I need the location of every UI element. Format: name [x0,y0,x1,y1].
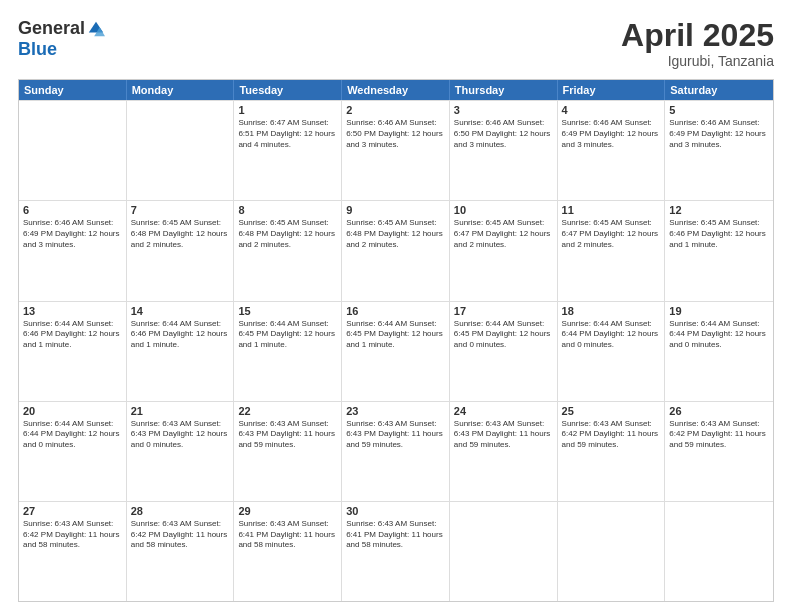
cell-day-number: 19 [669,305,769,317]
cell-info-text: Sunrise: 6:43 AM Sunset: 6:42 PM Dayligh… [131,519,230,551]
logo: General Blue [18,18,105,60]
cell-info-text: Sunrise: 6:46 AM Sunset: 6:49 PM Dayligh… [669,118,769,150]
cell-day-number: 22 [238,405,337,417]
cell-info-text: Sunrise: 6:45 AM Sunset: 6:48 PM Dayligh… [131,218,230,250]
cell-day-number: 14 [131,305,230,317]
cell-info-text: Sunrise: 6:44 AM Sunset: 6:45 PM Dayligh… [454,319,553,351]
cell-info-text: Sunrise: 6:43 AM Sunset: 6:43 PM Dayligh… [238,419,337,451]
logo-general: General [18,18,85,39]
calendar-cell: 4Sunrise: 6:46 AM Sunset: 6:49 PM Daylig… [558,101,666,200]
calendar-cell: 15Sunrise: 6:44 AM Sunset: 6:45 PM Dayli… [234,302,342,401]
calendar-week-row: 6Sunrise: 6:46 AM Sunset: 6:49 PM Daylig… [19,200,773,300]
calendar-cell: 1Sunrise: 6:47 AM Sunset: 6:51 PM Daylig… [234,101,342,200]
calendar-day-header: Saturday [665,80,773,100]
cell-info-text: Sunrise: 6:43 AM Sunset: 6:43 PM Dayligh… [346,419,445,451]
calendar-cell: 26Sunrise: 6:43 AM Sunset: 6:42 PM Dayli… [665,402,773,501]
cell-info-text: Sunrise: 6:43 AM Sunset: 6:42 PM Dayligh… [669,419,769,451]
cell-day-number: 16 [346,305,445,317]
cell-day-number: 3 [454,104,553,116]
header: General Blue April 2025 Igurubi, Tanzani… [18,18,774,69]
cell-day-number: 21 [131,405,230,417]
calendar-cell: 12Sunrise: 6:45 AM Sunset: 6:46 PM Dayli… [665,201,773,300]
cell-info-text: Sunrise: 6:45 AM Sunset: 6:47 PM Dayligh… [562,218,661,250]
cell-day-number: 15 [238,305,337,317]
cell-info-text: Sunrise: 6:44 AM Sunset: 6:44 PM Dayligh… [669,319,769,351]
cell-info-text: Sunrise: 6:46 AM Sunset: 6:49 PM Dayligh… [562,118,661,150]
cell-info-text: Sunrise: 6:43 AM Sunset: 6:41 PM Dayligh… [238,519,337,551]
cell-info-text: Sunrise: 6:44 AM Sunset: 6:45 PM Dayligh… [238,319,337,351]
cell-day-number: 29 [238,505,337,517]
calendar-cell: 17Sunrise: 6:44 AM Sunset: 6:45 PM Dayli… [450,302,558,401]
calendar-cell: 3Sunrise: 6:46 AM Sunset: 6:50 PM Daylig… [450,101,558,200]
calendar-cell [19,101,127,200]
calendar-day-header: Wednesday [342,80,450,100]
calendar-cell: 22Sunrise: 6:43 AM Sunset: 6:43 PM Dayli… [234,402,342,501]
month-title: April 2025 [621,18,774,53]
cell-info-text: Sunrise: 6:44 AM Sunset: 6:46 PM Dayligh… [23,319,122,351]
cell-day-number: 10 [454,204,553,216]
calendar-cell: 30Sunrise: 6:43 AM Sunset: 6:41 PM Dayli… [342,502,450,601]
cell-day-number: 30 [346,505,445,517]
calendar-cell: 9Sunrise: 6:45 AM Sunset: 6:48 PM Daylig… [342,201,450,300]
calendar-week-row: 1Sunrise: 6:47 AM Sunset: 6:51 PM Daylig… [19,100,773,200]
cell-info-text: Sunrise: 6:46 AM Sunset: 6:49 PM Dayligh… [23,218,122,250]
cell-info-text: Sunrise: 6:45 AM Sunset: 6:46 PM Dayligh… [669,218,769,250]
title-block: April 2025 Igurubi, Tanzania [621,18,774,69]
cell-day-number: 25 [562,405,661,417]
calendar-cell: 19Sunrise: 6:44 AM Sunset: 6:44 PM Dayli… [665,302,773,401]
cell-info-text: Sunrise: 6:43 AM Sunset: 6:42 PM Dayligh… [23,519,122,551]
cell-info-text: Sunrise: 6:45 AM Sunset: 6:47 PM Dayligh… [454,218,553,250]
calendar-cell: 2Sunrise: 6:46 AM Sunset: 6:50 PM Daylig… [342,101,450,200]
calendar-week-row: 27Sunrise: 6:43 AM Sunset: 6:42 PM Dayli… [19,501,773,601]
calendar-day-header: Friday [558,80,666,100]
calendar-cell: 8Sunrise: 6:45 AM Sunset: 6:48 PM Daylig… [234,201,342,300]
cell-info-text: Sunrise: 6:43 AM Sunset: 6:43 PM Dayligh… [131,419,230,451]
logo-blue: Blue [18,39,57,60]
calendar-cell: 25Sunrise: 6:43 AM Sunset: 6:42 PM Dayli… [558,402,666,501]
calendar-cell: 16Sunrise: 6:44 AM Sunset: 6:45 PM Dayli… [342,302,450,401]
cell-day-number: 17 [454,305,553,317]
cell-info-text: Sunrise: 6:46 AM Sunset: 6:50 PM Dayligh… [454,118,553,150]
calendar-day-header: Monday [127,80,235,100]
cell-day-number: 5 [669,104,769,116]
cell-day-number: 9 [346,204,445,216]
location: Igurubi, Tanzania [621,53,774,69]
cell-info-text: Sunrise: 6:44 AM Sunset: 6:44 PM Dayligh… [23,419,122,451]
calendar-cell [127,101,235,200]
cell-info-text: Sunrise: 6:45 AM Sunset: 6:48 PM Dayligh… [238,218,337,250]
cell-day-number: 1 [238,104,337,116]
cell-info-text: Sunrise: 6:45 AM Sunset: 6:48 PM Dayligh… [346,218,445,250]
cell-day-number: 27 [23,505,122,517]
calendar-week-row: 20Sunrise: 6:44 AM Sunset: 6:44 PM Dayli… [19,401,773,501]
calendar-body: 1Sunrise: 6:47 AM Sunset: 6:51 PM Daylig… [19,100,773,601]
calendar-day-header: Thursday [450,80,558,100]
cell-info-text: Sunrise: 6:46 AM Sunset: 6:50 PM Dayligh… [346,118,445,150]
cell-day-number: 4 [562,104,661,116]
calendar-cell: 6Sunrise: 6:46 AM Sunset: 6:49 PM Daylig… [19,201,127,300]
page: General Blue April 2025 Igurubi, Tanzani… [0,0,792,612]
cell-day-number: 8 [238,204,337,216]
cell-day-number: 13 [23,305,122,317]
cell-day-number: 28 [131,505,230,517]
calendar-cell [665,502,773,601]
calendar-cell: 23Sunrise: 6:43 AM Sunset: 6:43 PM Dayli… [342,402,450,501]
logo-icon [87,20,105,38]
calendar-cell: 18Sunrise: 6:44 AM Sunset: 6:44 PM Dayli… [558,302,666,401]
calendar: SundayMondayTuesdayWednesdayThursdayFrid… [18,79,774,602]
cell-day-number: 20 [23,405,122,417]
cell-info-text: Sunrise: 6:43 AM Sunset: 6:41 PM Dayligh… [346,519,445,551]
cell-day-number: 12 [669,204,769,216]
cell-info-text: Sunrise: 6:43 AM Sunset: 6:42 PM Dayligh… [562,419,661,451]
calendar-cell: 29Sunrise: 6:43 AM Sunset: 6:41 PM Dayli… [234,502,342,601]
calendar-cell: 10Sunrise: 6:45 AM Sunset: 6:47 PM Dayli… [450,201,558,300]
cell-day-number: 23 [346,405,445,417]
cell-info-text: Sunrise: 6:43 AM Sunset: 6:43 PM Dayligh… [454,419,553,451]
calendar-day-header: Sunday [19,80,127,100]
cell-info-text: Sunrise: 6:44 AM Sunset: 6:45 PM Dayligh… [346,319,445,351]
cell-day-number: 24 [454,405,553,417]
calendar-week-row: 13Sunrise: 6:44 AM Sunset: 6:46 PM Dayli… [19,301,773,401]
cell-day-number: 6 [23,204,122,216]
cell-day-number: 2 [346,104,445,116]
calendar-cell: 5Sunrise: 6:46 AM Sunset: 6:49 PM Daylig… [665,101,773,200]
cell-info-text: Sunrise: 6:47 AM Sunset: 6:51 PM Dayligh… [238,118,337,150]
